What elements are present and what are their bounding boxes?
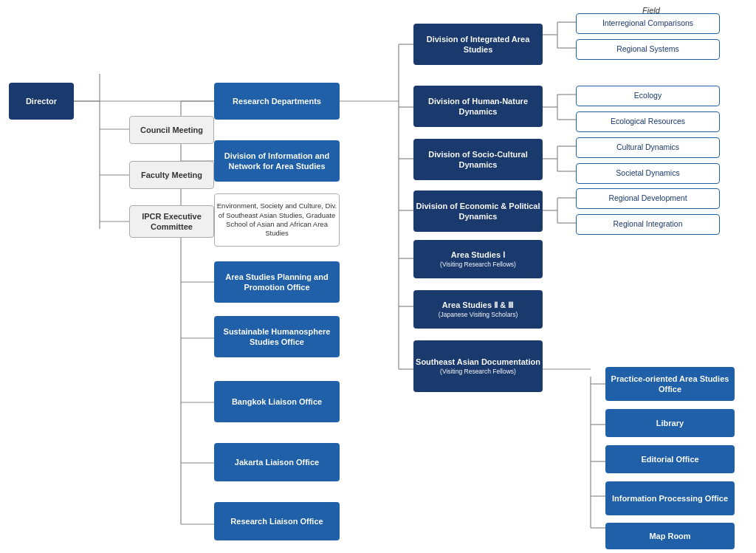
council-meeting-label: Council Meeting bbox=[140, 125, 203, 135]
org-chart: Director Council Meeting Faculty Meeting… bbox=[0, 0, 756, 553]
practice-oriented-label: Practice-oriented Area Studies Office bbox=[605, 374, 735, 395]
area-studies-23-label: Area Studies Ⅱ & Ⅲ bbox=[442, 300, 514, 310]
director-box: Director bbox=[9, 83, 74, 120]
env-society-label: Environment, Society and Culture, Div. o… bbox=[215, 202, 339, 238]
regional-development-label: Regional Development bbox=[608, 193, 687, 204]
cultural-dynamics-label: Cultural Dynamics bbox=[616, 142, 679, 153]
map-room-label: Map Room bbox=[649, 531, 690, 541]
area-studies-1-sub: (Visiting Research Fellows) bbox=[440, 261, 516, 269]
council-meeting-box: Council Meeting bbox=[129, 116, 214, 144]
ipcr-label: IPCR Executive Committee bbox=[130, 211, 213, 233]
area-studies-planning-box: Area Studies Planning and Promotion Offi… bbox=[214, 261, 340, 303]
area-studies-23-box: Area Studies Ⅱ & Ⅲ (Japanese Visiting Sc… bbox=[413, 290, 543, 329]
sustainable-humano-box: Sustainable Humanosphere Studies Office bbox=[214, 316, 340, 357]
division-info-label: Division of Information and Network for … bbox=[214, 151, 340, 172]
info-processing-box: Information Processing Office bbox=[605, 481, 735, 515]
societal-dynamics-label: Societal Dynamics bbox=[616, 168, 679, 179]
southeast-asian-doc-box: Southeast Asian Documentation (Visiting … bbox=[413, 340, 543, 392]
bangkok-liaison-label: Bangkok Liaison Office bbox=[232, 396, 322, 407]
div-human-nature-label: Division of Human-Nature Dynamics bbox=[413, 96, 543, 117]
faculty-meeting-label: Faculty Meeting bbox=[141, 170, 202, 180]
ipcr-box: IPCR Executive Committee bbox=[129, 205, 214, 238]
ecology-label: Ecology bbox=[634, 91, 662, 101]
southeast-asian-doc-sub: (Visiting Research Fellows) bbox=[440, 368, 516, 376]
div-human-nature-box: Division of Human-Nature Dynamics bbox=[413, 86, 543, 127]
area-studies-1-box: Area Studies Ⅰ (Visiting Research Fellow… bbox=[413, 240, 543, 278]
sustainable-humano-label: Sustainable Humanosphere Studies Office bbox=[214, 326, 340, 348]
div-integrated-box: Division of Integrated Area Studies bbox=[413, 24, 543, 65]
regional-integration-box: Regional Integration bbox=[576, 214, 720, 235]
div-econ-political-label: Division of Economic & Political Dynamic… bbox=[413, 201, 543, 222]
div-socio-cultural-label: Division of Socio-Cultural Dynamics bbox=[413, 149, 543, 171]
division-info-box: Division of Information and Network for … bbox=[214, 140, 340, 182]
editorial-box: Editorial Office bbox=[605, 445, 735, 473]
regional-development-box: Regional Development bbox=[576, 188, 720, 209]
faculty-meeting-box: Faculty Meeting bbox=[129, 161, 214, 189]
area-studies-23-sub: (Japanese Visiting Scholars) bbox=[439, 311, 518, 319]
div-econ-political-box: Division of Economic & Political Dynamic… bbox=[413, 190, 543, 232]
jakarta-liaison-box: Jakarta Liaison Office bbox=[214, 443, 340, 481]
regional-integration-label: Regional Integration bbox=[614, 219, 683, 230]
jakarta-liaison-label: Jakarta Liaison Office bbox=[235, 457, 319, 467]
ecological-resources-box: Ecological Resources bbox=[576, 111, 720, 132]
regional-systems-label: Regional Systems bbox=[616, 44, 679, 55]
practice-oriented-box: Practice-oriented Area Studies Office bbox=[605, 367, 735, 401]
research-depts-label: Research Departments bbox=[233, 96, 321, 106]
regional-systems-box: Regional Systems bbox=[576, 39, 720, 60]
research-liaison-box: Research Liaison Office bbox=[214, 502, 340, 540]
editorial-label: Editorial Office bbox=[641, 454, 698, 464]
interregional-label: Interregional Comparisons bbox=[602, 18, 693, 29]
info-processing-label: Information Processing Office bbox=[612, 493, 728, 504]
library-label: Library bbox=[656, 418, 684, 428]
director-label: Director bbox=[26, 96, 57, 106]
research-liaison-label: Research Liaison Office bbox=[230, 516, 323, 526]
societal-dynamics-box: Societal Dynamics bbox=[576, 163, 720, 184]
southeast-asian-doc-label: Southeast Asian Documentation bbox=[416, 357, 540, 367]
div-socio-cultural-box: Division of Socio-Cultural Dynamics bbox=[413, 139, 543, 180]
env-society-box: Environment, Society and Culture, Div. o… bbox=[214, 193, 340, 247]
area-studies-planning-label: Area Studies Planning and Promotion Offi… bbox=[214, 272, 340, 293]
interregional-box: Interregional Comparisons bbox=[576, 13, 720, 34]
research-depts-box: Research Departments bbox=[214, 83, 340, 120]
ecology-box: Ecology bbox=[576, 86, 720, 106]
cultural-dynamics-box: Cultural Dynamics bbox=[576, 137, 720, 158]
library-box: Library bbox=[605, 409, 735, 437]
ecological-resources-label: Ecological Resources bbox=[611, 117, 685, 127]
bangkok-liaison-box: Bangkok Liaison Office bbox=[214, 381, 340, 422]
area-studies-1-label: Area Studies Ⅰ bbox=[451, 250, 505, 260]
div-integrated-label: Division of Integrated Area Studies bbox=[413, 34, 543, 55]
map-room-box: Map Room bbox=[605, 523, 735, 549]
